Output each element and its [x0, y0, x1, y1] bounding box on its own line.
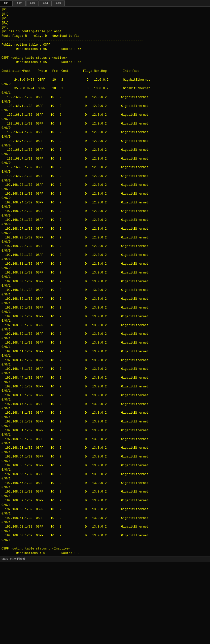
tab-ar2[interactable]: AR2 — [13, 1, 26, 6]
terminal-output: [R1] [R1] [R1] [R1] [R1] [R1]dis ip rout… — [0, 7, 210, 557]
footer-watermark: CSDN @由终而命婦 — [2, 557, 25, 561]
tab-ar4[interactable]: AR4 — [39, 1, 52, 6]
tab-ar5[interactable]: AR5 — [52, 1, 65, 6]
tab-ar3[interactable]: AR3 — [26, 1, 39, 6]
tab-bar: AR1 AR2 AR3 AR4 AR5 — [0, 0, 210, 7]
footer-bar: CSDN @由终而命婦 — [0, 557, 210, 562]
tab-ar1[interactable]: AR1 — [0, 1, 13, 6]
